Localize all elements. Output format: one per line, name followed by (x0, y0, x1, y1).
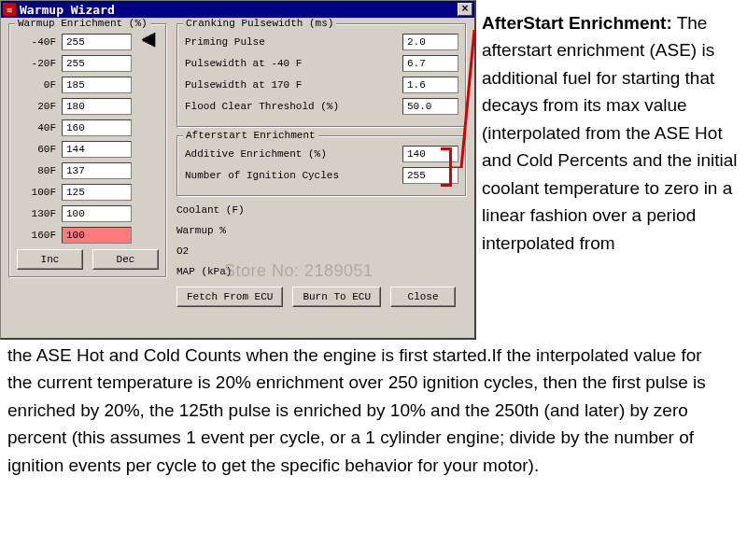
cranking-row: Priming Pulse (185, 34, 458, 50)
cranking-label: Flood Clear Threshold (%) (185, 101, 397, 112)
status-row: Coolant (F) (176, 204, 467, 216)
warmup-value-field[interactable] (62, 184, 132, 201)
status-row: Warmup % (176, 225, 467, 236)
cranking-value-field[interactable] (402, 98, 458, 115)
window-close-button[interactable]: × (458, 3, 472, 16)
warmup-temp-label: -20F (17, 58, 56, 69)
cranking-row: Pulsewidth at -40 F (185, 55, 458, 72)
warmup-row: 130F (17, 205, 159, 222)
close-button[interactable]: Close (390, 287, 456, 307)
warmup-enrichment-legend: Warmup Enrichment (%) (15, 18, 150, 29)
warmup-temp-label: 0F (17, 79, 56, 91)
cranking-value-field[interactable] (402, 55, 458, 72)
status-label: Coolant (F) (176, 204, 467, 216)
cranking-label: Pulsewidth at 170 F (185, 79, 397, 91)
window-title: Warmup Wizard (20, 3, 458, 17)
warmup-temp-label: 60F (17, 144, 56, 155)
warmup-temp-label: 160F (17, 230, 56, 241)
ase-value-field[interactable] (402, 167, 458, 184)
warmup-value-field[interactable] (62, 55, 132, 72)
titlebar: ≡ Warmup Wizard × (1, 1, 474, 18)
cranking-row: Pulsewidth at 170 F (185, 77, 458, 93)
ase-value-field[interactable] (402, 146, 458, 162)
warmup-temp-label: 100F (17, 187, 56, 198)
cranking-pulsewidth-legend: Cranking Pulsewidth (ms) (183, 18, 336, 29)
system-menu-icon[interactable]: ≡ (3, 3, 16, 16)
warmup-value-field[interactable] (62, 162, 132, 179)
ase-row: Number of Ignition Cycles (185, 167, 458, 184)
status-label: O2 (176, 245, 467, 257)
warmup-temp-label: 130F (17, 208, 56, 219)
warmup-temp-label: -40F (17, 36, 56, 48)
status-readout: Coolant (F)Warmup %O2MAP (kPa) (176, 204, 467, 277)
warmup-temp-label: 40F (17, 122, 56, 133)
status-label: MAP (kPa) (176, 266, 467, 277)
cranking-value-field[interactable] (402, 77, 458, 93)
explanation-heading: AfterStart Enrichment: (482, 13, 672, 33)
explanation-right: AfterStart Enrichment: The afterstart en… (482, 9, 743, 257)
explanation-bottom: the ASE Hot and Cold Counts when the eng… (7, 342, 717, 479)
warmup-row: 100F (17, 184, 159, 201)
warmup-row: 20F (17, 98, 159, 115)
warmup-enrichment-group: Warmup Enrichment (%) -40F⯇-20F0F20F40F6… (8, 23, 167, 278)
afterstart-enrichment-group: Afterstart Enrichment Additive Enrichmen… (176, 135, 467, 197)
cranking-label: Priming Pulse (185, 36, 397, 48)
warmup-value-field[interactable] (62, 34, 132, 50)
pointer-icon: ⯇ (141, 35, 158, 49)
warmup-value-field[interactable] (62, 77, 132, 93)
warmup-value-field[interactable] (62, 119, 132, 136)
explanation-text-bottom: the ASE Hot and Cold Counts when the eng… (7, 345, 706, 475)
warmup-row: 40F (17, 119, 159, 136)
ase-row: Additive Enrichment (%) (185, 146, 458, 162)
cranking-row: Flood Clear Threshold (%) (185, 98, 458, 115)
warmup-value-field[interactable] (62, 205, 132, 222)
decrement-button[interactable]: Dec (92, 249, 159, 270)
warmup-wizard-window: ≡ Warmup Wizard × Warmup Enrichment (%) … (0, 0, 476, 340)
warmup-row: 80F (17, 162, 159, 179)
cranking-pulsewidth-group: Cranking Pulsewidth (ms) Priming PulsePu… (176, 23, 467, 128)
warmup-temp-label: 20F (17, 101, 56, 112)
warmup-row: 160F (17, 227, 159, 244)
warmup-row: -40F⯇ (17, 34, 159, 50)
fetch-from-ecu-button[interactable]: Fetch From ECU (176, 287, 283, 307)
cranking-label: Pulsewidth at -40 F (185, 58, 397, 69)
warmup-value-field[interactable] (62, 141, 132, 158)
status-row: O2 (176, 245, 467, 257)
warmup-row: 60F (17, 141, 159, 158)
ase-label: Number of Ignition Cycles (185, 170, 397, 181)
status-row: MAP (kPa) (176, 266, 467, 277)
status-label: Warmup % (176, 225, 467, 236)
afterstart-enrichment-legend: Afterstart Enrichment (183, 130, 318, 141)
ase-label: Additive Enrichment (%) (185, 148, 397, 160)
burn-to-ecu-button[interactable]: Burn To ECU (292, 287, 381, 307)
warmup-temp-label: 80F (17, 165, 56, 176)
increment-button[interactable]: Inc (17, 249, 83, 270)
warmup-value-field[interactable] (62, 98, 132, 115)
warmup-row: 0F (17, 77, 159, 93)
warmup-row: -20F (17, 55, 159, 72)
warmup-value-field[interactable] (62, 227, 132, 244)
explanation-text-right: The afterstart enrichment (ASE) is addit… (482, 13, 738, 253)
cranking-value-field[interactable] (402, 34, 458, 50)
